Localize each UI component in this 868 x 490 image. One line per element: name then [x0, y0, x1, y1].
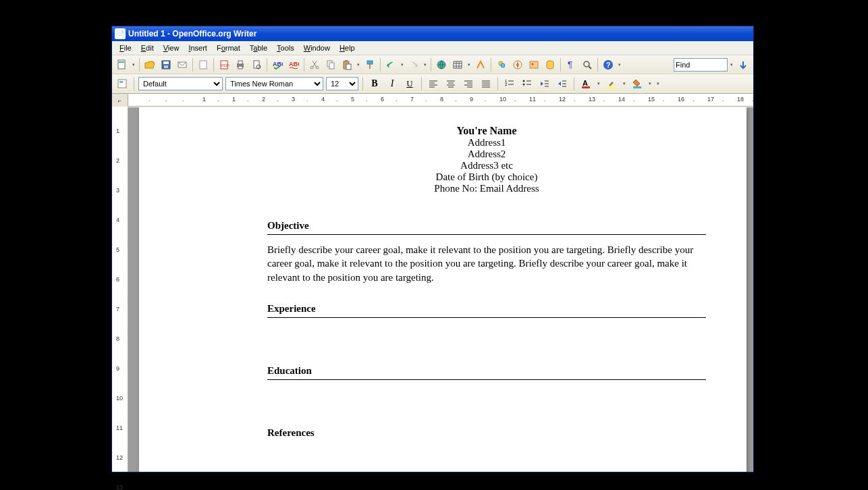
page[interactable]: You're Name Address1 Address2 Address3 e…: [139, 107, 747, 472]
font-combo[interactable]: Times New Roman: [225, 77, 323, 90]
table-button[interactable]: [450, 57, 465, 72]
svg-text:A: A: [582, 79, 588, 87]
redo-dropdown[interactable]: ▾: [423, 57, 428, 72]
app-window: 📄 Untitled 1 - OpenOffice.org Writer Fil…: [111, 26, 754, 472]
format-toolbar: Default Times New Roman 12 B I U 12 A ▾ …: [112, 74, 753, 94]
titlebar[interactable]: 📄 Untitled 1 - OpenOffice.org Writer: [112, 26, 753, 41]
svg-rect-34: [530, 61, 538, 68]
dob: Date of Birth (by choice): [267, 171, 706, 183]
gallery-button[interactable]: [526, 57, 541, 72]
format-overflow[interactable]: ▾: [655, 76, 661, 91]
spellcheck-button[interactable]: ABC: [270, 57, 285, 72]
edit-file-button[interactable]: [196, 57, 211, 72]
cut-button[interactable]: [307, 57, 322, 72]
svg-text:2: 2: [505, 82, 508, 86]
bullet-list-button[interactable]: [520, 76, 535, 91]
section-objective: Objective: [267, 220, 706, 235]
font-color-dropdown[interactable]: ▾: [596, 76, 601, 91]
menu-tools[interactable]: Tools: [272, 43, 299, 53]
italic-button[interactable]: I: [385, 76, 400, 91]
print-button[interactable]: [233, 57, 248, 72]
numbered-list-button[interactable]: 12: [502, 76, 517, 91]
new-button[interactable]: [115, 57, 130, 72]
open-button[interactable]: [142, 57, 157, 72]
find-input[interactable]: [674, 58, 728, 72]
svg-text:PDF: PDF: [221, 63, 229, 67]
bgcolor-dropdown[interactable]: ▾: [647, 76, 653, 91]
new-dropdown[interactable]: ▾: [131, 57, 136, 72]
draw-button[interactable]: [473, 57, 488, 72]
align-justify-button[interactable]: [479, 76, 493, 91]
hyperlink-button[interactable]: [434, 57, 449, 72]
menu-file[interactable]: File: [115, 43, 136, 53]
redo-button[interactable]: [406, 57, 421, 72]
help-button[interactable]: ?: [601, 57, 616, 72]
align-left-button[interactable]: [426, 76, 441, 91]
navigator-button[interactable]: [510, 57, 525, 72]
document-area[interactable]: You're Name Address1 Address2 Address3 e…: [128, 107, 753, 472]
style-combo[interactable]: Default: [138, 77, 223, 90]
format-paint-button[interactable]: [362, 57, 377, 72]
highlight-dropdown[interactable]: ▾: [622, 76, 627, 91]
svg-point-64: [523, 80, 525, 82]
standard-toolbar: ▾ PDF ABC ABC ▾ ▾ ▾ ▾ ¶: [112, 55, 753, 74]
outdent-button[interactable]: [537, 76, 552, 91]
svg-rect-43: [119, 81, 123, 83]
menu-edit[interactable]: Edit: [136, 43, 159, 53]
paste-button[interactable]: [340, 57, 354, 72]
svg-rect-77: [633, 86, 641, 88]
menu-view[interactable]: View: [159, 43, 184, 53]
menu-help[interactable]: Help: [335, 43, 360, 53]
toolbar-overflow[interactable]: ▾: [617, 57, 622, 72]
svg-line-39: [589, 66, 591, 69]
undo-dropdown[interactable]: ▾: [400, 57, 405, 72]
svg-text:¶: ¶: [568, 59, 572, 70]
copy-button[interactable]: [323, 57, 338, 72]
paste-dropdown[interactable]: ▾: [356, 57, 361, 72]
svg-rect-6: [200, 61, 207, 69]
section-education: Education: [267, 365, 706, 380]
font-color-button[interactable]: A: [578, 76, 593, 91]
vertical-ruler[interactable]: 12345678910111213: [112, 107, 128, 472]
zoom-button[interactable]: [580, 57, 595, 72]
find-dropdown[interactable]: ▾: [729, 57, 734, 72]
phone-email: Phone No: Email Address: [267, 183, 706, 194]
size-combo[interactable]: 12: [326, 77, 358, 90]
svg-point-65: [523, 84, 525, 86]
align-center-button[interactable]: [443, 76, 458, 91]
objective-text: Briefly describe your career goal, make …: [267, 243, 706, 284]
menu-insert[interactable]: Insert: [184, 43, 212, 53]
bgcolor-button[interactable]: [630, 76, 645, 91]
bold-button[interactable]: B: [367, 76, 382, 91]
menu-table[interactable]: Table: [245, 43, 272, 53]
address1: Address1: [267, 137, 706, 148]
styles-button[interactable]: [115, 76, 130, 91]
pdf-button[interactable]: PDF: [217, 57, 232, 72]
datasources-button[interactable]: [543, 57, 558, 72]
nonprint-button[interactable]: ¶: [564, 57, 578, 72]
highlight-button[interactable]: [604, 76, 619, 91]
svg-point-32: [501, 63, 505, 67]
svg-rect-0: [118, 60, 125, 69]
menu-format[interactable]: Format: [212, 43, 245, 53]
svg-point-38: [584, 61, 589, 67]
ruler-area: ⌐ ···1·1·2·3·4·5·6·7·8·9·10·11·12·13·14·…: [112, 94, 753, 107]
undo-button[interactable]: [383, 57, 398, 72]
svg-text:ABC: ABC: [289, 61, 299, 67]
svg-rect-75: [582, 86, 590, 88]
align-right-button[interactable]: [461, 76, 476, 91]
preview-button[interactable]: [249, 57, 264, 72]
autospell-button[interactable]: ABC: [286, 57, 301, 72]
indent-button[interactable]: [555, 76, 570, 91]
horizontal-ruler[interactable]: ···1·1·2·3·4·5·6·7·8·9·10·11·12·13·14·15…: [128, 94, 753, 107]
find-next-button[interactable]: [736, 57, 751, 72]
ruler-corner: ⌐: [112, 94, 128, 107]
email-button[interactable]: [175, 57, 190, 72]
menu-window[interactable]: Window: [299, 43, 335, 53]
svg-rect-23: [367, 61, 373, 64]
underline-button[interactable]: U: [402, 76, 417, 91]
save-button[interactable]: [159, 57, 173, 72]
svg-rect-10: [238, 61, 242, 64]
find-button[interactable]: [494, 57, 509, 72]
table-dropdown[interactable]: ▾: [466, 57, 472, 72]
